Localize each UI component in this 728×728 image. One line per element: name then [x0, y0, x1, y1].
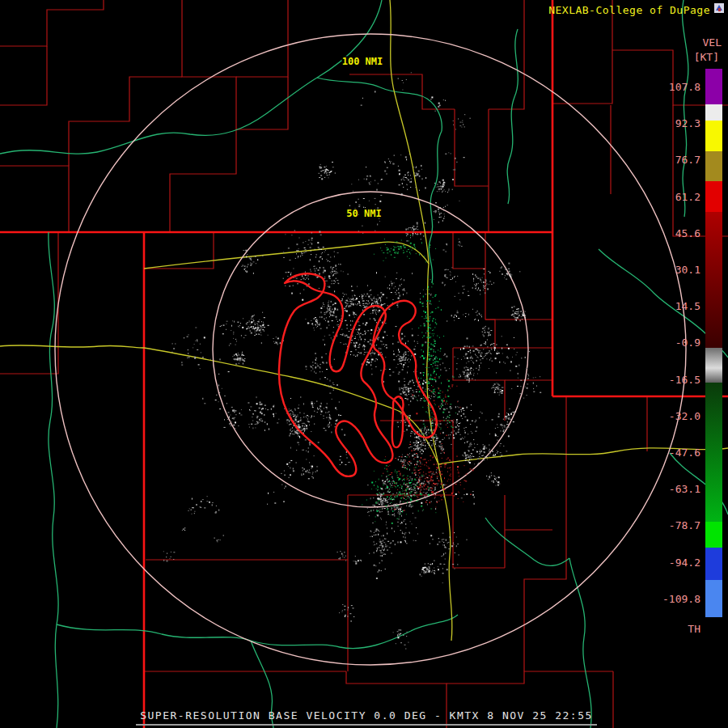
county-line — [0, 46, 47, 105]
colorbar-segment — [705, 104, 722, 121]
colorbar-segment — [705, 121, 722, 151]
product-status-text: SUPER-RESOLUTION BASE VELOCITY 0.0 DEG -… — [140, 709, 593, 722]
status-underline — [136, 724, 597, 726]
colorbar-segment — [705, 522, 722, 548]
nexlab-logo-icon — [713, 2, 725, 14]
colorbar-segment — [705, 580, 722, 617]
river-line — [317, 78, 442, 131]
river-line — [49, 232, 58, 728]
county-line — [447, 671, 613, 684]
river-line — [682, 0, 688, 217]
colorbar-segment — [705, 348, 722, 368]
county-line — [524, 453, 566, 671]
colorbar-units: [KT] — [694, 51, 719, 63]
county-line — [170, 129, 236, 232]
county-line — [489, 0, 524, 109]
colorbar-segment — [705, 368, 722, 383]
range-ring-label-100nmi: 100 NMI — [342, 56, 383, 67]
highway-line — [390, 0, 429, 264]
county-line — [146, 495, 348, 560]
county-line — [182, 0, 236, 129]
radar-echoes — [163, 72, 541, 649]
river-line — [429, 131, 442, 283]
county-line — [455, 109, 489, 186]
colorbar-segment — [705, 181, 722, 212]
colorbar-threshold-label: TH — [688, 623, 700, 635]
highway-line — [0, 345, 144, 348]
colorbar-title: VEL — [703, 36, 722, 49]
radar-display: 100 NMI 50 NMI NEXLAB-College of DuPage … — [0, 0, 728, 728]
velocity-colorbar — [705, 69, 722, 617]
county-line — [144, 232, 214, 269]
county-line — [453, 232, 485, 269]
colorbar-segment — [705, 383, 722, 522]
river-line — [485, 518, 569, 565]
county-line — [236, 0, 288, 77]
radar-map: 100 NMI 50 NMI — [0, 0, 728, 728]
colorbar-segment — [705, 212, 722, 348]
range-ring-label-50nmi: 50 NMI — [346, 208, 381, 219]
colorbar-segment — [705, 151, 722, 181]
highway-line — [144, 242, 429, 269]
river-line — [569, 558, 591, 728]
county-line — [69, 77, 182, 166]
river-line — [507, 29, 518, 204]
colorbar-segment — [705, 69, 722, 104]
county-line — [485, 232, 495, 348]
county-line — [0, 166, 69, 232]
brand-text: NEXLAB-College of DuPage — [548, 4, 710, 16]
county-line — [0, 0, 104, 46]
colorbar-segment — [705, 548, 722, 580]
